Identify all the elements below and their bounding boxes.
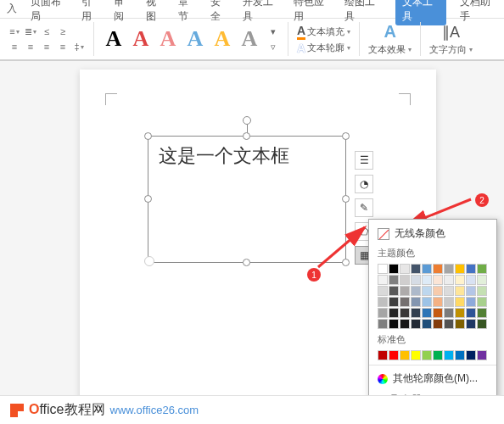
color-swatch[interactable] bbox=[433, 308, 443, 318]
color-swatch[interactable] bbox=[400, 275, 410, 285]
style-a3[interactable]: A bbox=[155, 23, 181, 55]
color-swatch[interactable] bbox=[466, 308, 476, 318]
color-swatch[interactable] bbox=[433, 350, 443, 360]
color-swatch[interactable] bbox=[389, 286, 399, 296]
color-swatch[interactable] bbox=[466, 286, 476, 296]
style-a4[interactable]: A bbox=[182, 23, 208, 55]
color-swatch[interactable] bbox=[422, 286, 432, 296]
float-layout-button[interactable]: ☰ bbox=[355, 151, 373, 170]
color-swatch[interactable] bbox=[433, 275, 443, 285]
color-swatch[interactable] bbox=[422, 264, 432, 274]
color-swatch[interactable] bbox=[433, 286, 443, 296]
color-swatch[interactable] bbox=[389, 264, 399, 274]
indent-inc-button[interactable]: ≥ bbox=[55, 25, 70, 38]
style-a6[interactable]: A bbox=[237, 23, 262, 55]
color-swatch[interactable] bbox=[400, 286, 410, 296]
text-fill-button[interactable]: A文本填充▾ bbox=[297, 24, 350, 40]
color-swatch[interactable] bbox=[433, 319, 443, 329]
color-swatch[interactable] bbox=[378, 350, 388, 360]
handle-w[interactable] bbox=[144, 195, 152, 203]
color-swatch[interactable] bbox=[433, 297, 443, 307]
style-a2[interactable]: A bbox=[128, 23, 154, 55]
color-swatch[interactable] bbox=[455, 275, 465, 285]
color-swatch[interactable] bbox=[378, 297, 388, 307]
styles-down-button[interactable]: ▾ bbox=[266, 25, 281, 38]
color-swatch[interactable] bbox=[466, 297, 476, 307]
color-swatch[interactable] bbox=[444, 308, 454, 318]
color-swatch[interactable] bbox=[444, 286, 454, 296]
color-swatch[interactable] bbox=[400, 297, 410, 307]
color-swatch[interactable] bbox=[477, 264, 487, 274]
color-swatch[interactable] bbox=[444, 350, 454, 360]
color-swatch[interactable] bbox=[477, 297, 487, 307]
color-swatch[interactable] bbox=[378, 264, 388, 274]
color-swatch[interactable] bbox=[455, 308, 465, 318]
color-swatch[interactable] bbox=[455, 286, 465, 296]
color-swatch[interactable] bbox=[477, 286, 487, 296]
no-line-color-item[interactable]: 无线条颜色 bbox=[369, 223, 496, 244]
color-swatch[interactable] bbox=[477, 275, 487, 285]
color-swatch[interactable] bbox=[378, 308, 388, 318]
text-outline-button[interactable]: A文本轮廓▾ bbox=[297, 42, 350, 55]
handle-sw[interactable] bbox=[144, 256, 154, 266]
color-swatch[interactable] bbox=[411, 275, 421, 285]
styles-more-button[interactable]: ▿ bbox=[266, 40, 281, 53]
text-effect-button[interactable]: 文本效果▾ bbox=[368, 43, 412, 56]
color-swatch[interactable] bbox=[411, 264, 421, 274]
align-left-button[interactable]: ≡ bbox=[7, 40, 22, 53]
color-swatch[interactable] bbox=[378, 275, 388, 285]
style-a5[interactable]: A bbox=[210, 23, 235, 55]
color-swatch[interactable] bbox=[444, 275, 454, 285]
color-swatch[interactable] bbox=[389, 308, 399, 318]
color-swatch[interactable] bbox=[422, 275, 432, 285]
bullets-button[interactable]: ≡▾ bbox=[7, 25, 22, 38]
color-swatch[interactable] bbox=[400, 350, 410, 360]
color-swatch[interactable] bbox=[477, 319, 487, 329]
color-swatch[interactable] bbox=[422, 319, 432, 329]
color-swatch[interactable] bbox=[422, 297, 432, 307]
color-swatch[interactable] bbox=[389, 275, 399, 285]
align-justify-button[interactable]: ≡ bbox=[55, 40, 70, 53]
color-swatch[interactable] bbox=[455, 297, 465, 307]
rotate-handle[interactable] bbox=[243, 116, 251, 125]
color-swatch[interactable] bbox=[466, 319, 476, 329]
float-fill-button[interactable]: ◔ bbox=[355, 175, 373, 193]
handle-nw[interactable] bbox=[144, 132, 152, 140]
style-a1[interactable]: A bbox=[101, 23, 126, 55]
menu-insert[interactable]: 入 bbox=[7, 2, 17, 16]
color-swatch[interactable] bbox=[466, 350, 476, 360]
color-swatch[interactable] bbox=[378, 319, 388, 329]
color-swatch[interactable] bbox=[400, 264, 410, 274]
textbox-content[interactable]: 这是一个文本框 bbox=[148, 137, 345, 176]
color-swatch[interactable] bbox=[422, 350, 432, 360]
color-swatch[interactable] bbox=[389, 319, 399, 329]
color-swatch[interactable] bbox=[411, 350, 421, 360]
color-swatch[interactable] bbox=[400, 319, 410, 329]
color-swatch[interactable] bbox=[477, 350, 487, 360]
color-swatch[interactable] bbox=[411, 319, 421, 329]
color-swatch[interactable] bbox=[444, 264, 454, 274]
color-swatch[interactable] bbox=[444, 297, 454, 307]
handle-n[interactable] bbox=[243, 132, 250, 140]
handle-ne[interactable] bbox=[342, 132, 350, 140]
color-swatch[interactable] bbox=[411, 308, 421, 318]
color-swatch[interactable] bbox=[455, 264, 465, 274]
color-swatch[interactable] bbox=[466, 264, 476, 274]
indent-dec-button[interactable]: ≤ bbox=[39, 25, 54, 38]
color-swatch[interactable] bbox=[444, 319, 454, 329]
align-center-button[interactable]: ≡ bbox=[23, 40, 38, 53]
color-swatch[interactable] bbox=[477, 308, 487, 318]
color-swatch[interactable] bbox=[400, 308, 410, 318]
float-line-button[interactable]: ✎ bbox=[355, 198, 373, 217]
color-swatch[interactable] bbox=[433, 264, 443, 274]
color-swatch[interactable] bbox=[411, 286, 421, 296]
color-swatch[interactable] bbox=[422, 308, 432, 318]
color-swatch[interactable] bbox=[466, 275, 476, 285]
color-swatch[interactable] bbox=[389, 350, 399, 360]
line-spacing-button[interactable]: ‡▾ bbox=[71, 40, 87, 53]
color-swatch[interactable] bbox=[455, 319, 465, 329]
color-swatch[interactable] bbox=[378, 286, 388, 296]
color-swatch[interactable] bbox=[389, 297, 399, 307]
more-colors-item[interactable]: 其他轮廓颜色(M)... bbox=[369, 368, 496, 389]
numbering-button[interactable]: ≣▾ bbox=[23, 25, 38, 38]
